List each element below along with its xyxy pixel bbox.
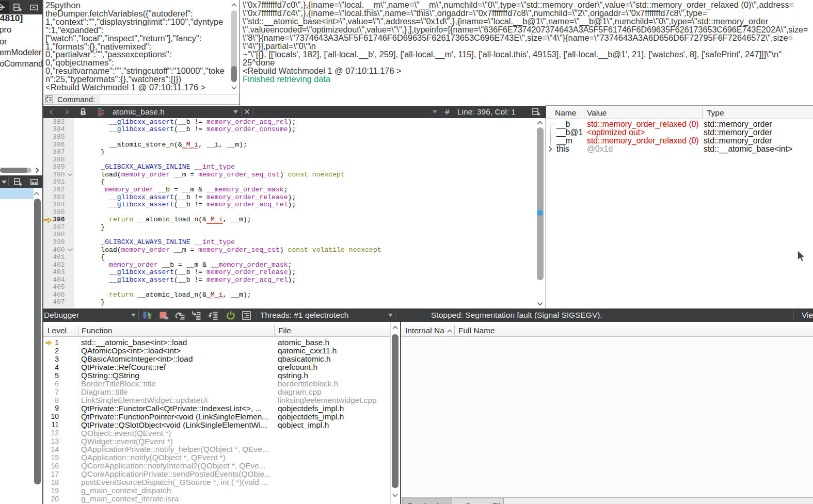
svg-text:h: h <box>99 108 103 116</box>
